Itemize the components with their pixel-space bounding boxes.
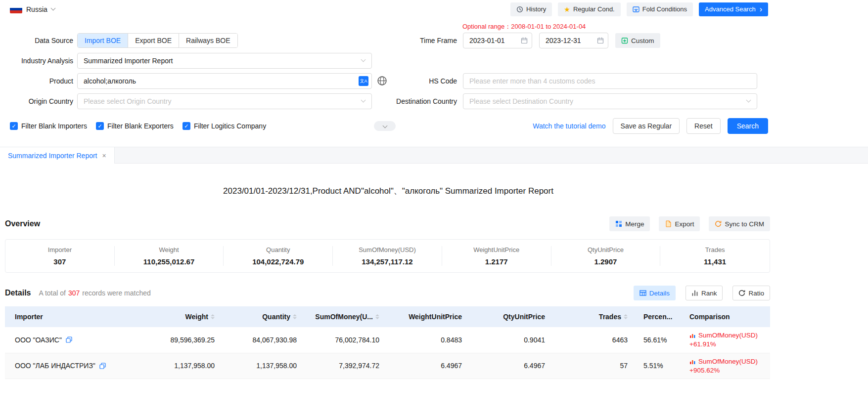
- overview-stats-panel: Importer 307 Weight 110,255,012.67 Quant…: [5, 239, 770, 273]
- destination-country-placeholder: Please select Destination Country: [469, 97, 573, 105]
- chevron-down-icon: [746, 98, 751, 103]
- stat-label: WeightUnitPrice: [442, 246, 551, 253]
- industry-analysis-select[interactable]: Summarized Importer Report: [77, 53, 372, 69]
- tutorial-demo-link[interactable]: Watch the tutorial demo: [533, 122, 605, 130]
- col-weight-header[interactable]: Weight: [140, 306, 223, 327]
- rank-icon: [691, 290, 698, 296]
- sort-icon: [211, 314, 215, 319]
- weight-unit-price-cell: 6.4967: [387, 353, 470, 378]
- view-switcher: Details Rank Ratio: [634, 286, 770, 300]
- stat-label: SumOfMoney(USD): [333, 246, 442, 253]
- importer-cell: ООО "ОАЗИС": [5, 327, 140, 353]
- reset-button[interactable]: Reset: [686, 118, 721, 134]
- col-percent-header: Percen...: [636, 306, 682, 327]
- stat-value: 11,431: [660, 257, 770, 266]
- stat-trades: Trades 11,431: [660, 246, 770, 266]
- filter-blank-importers-label: Filter Blank Importers: [21, 122, 87, 130]
- stat-label: Trades: [660, 246, 770, 253]
- filter-row: ✓ Filter Blank Importers ✓ Filter Blank …: [0, 118, 777, 134]
- quantity-cell: 1,137,958.00: [223, 353, 305, 378]
- advanced-search-label: Advanced Search: [705, 5, 756, 13]
- view-rank-label: Rank: [701, 290, 717, 297]
- sync-to-crm-button[interactable]: Sync to CRM: [709, 216, 770, 231]
- chevron-right-icon: ›: [760, 5, 762, 13]
- custom-range-button[interactable]: Custom: [615, 33, 660, 48]
- table-icon: [640, 290, 646, 296]
- table-row: ООО "ОАЗИС" 89,596,369.25 84,067,930.98 …: [5, 327, 770, 353]
- stat-value: 307: [5, 257, 114, 266]
- country-name: Russia: [26, 5, 47, 13]
- country-selector[interactable]: Russia: [10, 5, 55, 13]
- trades-cell: 57: [553, 353, 636, 378]
- chevron-down-icon: [361, 57, 366, 62]
- overview-header: Overview Merge Export Sync to CRM: [0, 216, 777, 231]
- filter-blank-exporters-checkbox[interactable]: ✓ Filter Blank Exporters: [96, 122, 174, 130]
- data-source-tabs: Import BOE Export BOE Railways BOE: [77, 33, 238, 48]
- export-button[interactable]: Export: [659, 216, 700, 231]
- history-icon: [516, 6, 523, 13]
- sort-icon: [624, 314, 628, 319]
- translate-icon[interactable]: 文A: [359, 76, 368, 86]
- overview-heading: Overview: [5, 219, 40, 228]
- chevron-down-icon: [361, 98, 366, 103]
- language-globe-icon[interactable]: [377, 76, 387, 86]
- hs-code-input[interactable]: [463, 73, 757, 89]
- details-header: Details A total of307records were matche…: [0, 286, 777, 300]
- mini-chart-icon: [689, 358, 696, 365]
- filter-logistics-company-checkbox[interactable]: ✓ Filter Logitics Company: [183, 122, 266, 130]
- industry-analysis-value: Summarized Importer Report: [84, 57, 173, 65]
- product-input[interactable]: [77, 73, 372, 89]
- report-title: 2023/01/01-2023/12/31,Product AND"alcoho…: [0, 185, 777, 197]
- comparison-cell: SumOfMoney(USD) +905.62%: [682, 353, 770, 378]
- origin-country-select[interactable]: Please select Origin Country: [77, 93, 372, 109]
- stat-label: Importer: [5, 246, 114, 253]
- col-trades-header[interactable]: Trades: [553, 306, 636, 327]
- merge-button[interactable]: Merge: [609, 216, 650, 231]
- comparison-change: +61.91%: [689, 340, 762, 348]
- importer-name[interactable]: ООО "ОАЗИС": [15, 336, 62, 344]
- table-row: ООО "ЛАБ ИНДАСТРИЗ" 1,137,958.00 1,137,9…: [5, 353, 770, 378]
- tab-summarized-importer-report[interactable]: Summarized Importer Report ×: [0, 147, 115, 164]
- advanced-search-button[interactable]: Advanced Search ›: [699, 2, 768, 16]
- collapse-form-button[interactable]: [374, 121, 396, 131]
- tab-railways-boe[interactable]: Railways BOE: [179, 34, 237, 47]
- stat-label: Weight: [115, 246, 224, 253]
- match-summary: A total of307records were matched: [39, 289, 150, 297]
- history-button[interactable]: History: [510, 2, 552, 16]
- match-suffix: records were matched: [82, 289, 151, 297]
- view-rank-button[interactable]: Rank: [685, 286, 723, 300]
- match-count: 307: [68, 289, 80, 297]
- regular-cond-button[interactable]: ★ Regular Cond.: [558, 2, 620, 16]
- star-icon: ★: [564, 6, 570, 13]
- tab-export-boe[interactable]: Export BOE: [128, 34, 179, 47]
- filter-blank-importers-checkbox[interactable]: ✓ Filter Blank Importers: [10, 122, 87, 130]
- view-ratio-button[interactable]: Ratio: [732, 286, 770, 300]
- importer-cell: ООО "ЛАБ ИНДАСТРИЗ": [5, 353, 140, 378]
- search-button[interactable]: Search: [728, 118, 768, 134]
- topbar-actions: History ★ Regular Cond. Fold Conditions …: [510, 2, 768, 16]
- destination-country-select[interactable]: Please select Destination Country: [463, 93, 757, 109]
- importer-name[interactable]: ООО "ЛАБ ИНДАСТРИЗ": [15, 362, 95, 370]
- export-icon: [665, 220, 672, 227]
- comparison-metric: SumOfMoney(USD): [698, 332, 758, 339]
- copy-icon[interactable]: [99, 363, 106, 369]
- regular-cond-label: Regular Cond.: [573, 5, 615, 13]
- sort-icon: [293, 314, 297, 319]
- view-details-button[interactable]: Details: [634, 286, 676, 300]
- fold-conditions-button[interactable]: Fold Conditions: [627, 2, 693, 16]
- weight-cell: 1,137,958.00: [140, 353, 223, 378]
- save-as-regular-button[interactable]: Save as Regular: [613, 118, 680, 134]
- copy-icon[interactable]: [66, 336, 72, 343]
- fold-conditions-label: Fold Conditions: [642, 5, 687, 13]
- weight-cell: 89,596,369.25: [140, 327, 223, 353]
- ratio-icon: [738, 290, 745, 296]
- calendar-icon: [521, 37, 528, 44]
- stat-weight: Weight 110,255,012.67: [115, 246, 224, 266]
- tab-import-boe[interactable]: Import BOE: [78, 34, 128, 47]
- stat-importer: Importer 307: [5, 246, 115, 266]
- details-table: Importer Weight Quantity SumOfMoney(U...…: [5, 306, 770, 379]
- col-sum-of-money-header[interactable]: SumOfMoney(U...: [305, 306, 387, 327]
- close-icon[interactable]: ×: [102, 152, 106, 160]
- col-quantity-header[interactable]: Quantity: [223, 306, 305, 327]
- view-details-label: Details: [649, 290, 670, 297]
